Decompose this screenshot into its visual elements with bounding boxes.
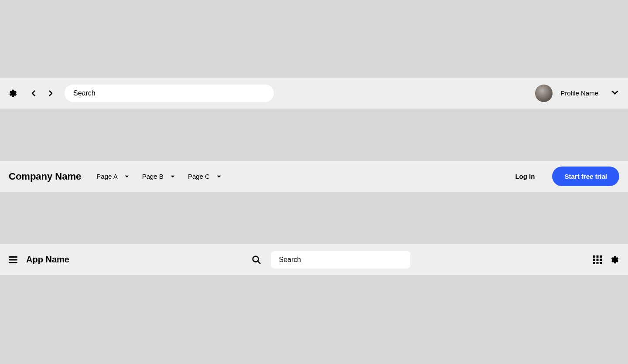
svg-rect-1 xyxy=(9,259,17,260)
svg-rect-5 xyxy=(593,255,595,258)
gear-icon[interactable] xyxy=(9,89,17,98)
svg-rect-9 xyxy=(597,259,599,261)
search-input-wrapper xyxy=(65,85,274,102)
login-link[interactable]: Log In xyxy=(515,173,535,180)
svg-rect-12 xyxy=(597,262,599,264)
nav-item-page-a[interactable]: Page A xyxy=(96,173,130,180)
app-name: App Name xyxy=(26,255,69,265)
profile-dropdown[interactable]: Profile Name xyxy=(535,85,619,102)
search-input[interactable] xyxy=(65,85,274,102)
chevron-down-icon xyxy=(216,173,222,180)
svg-rect-0 xyxy=(9,256,17,258)
nav-item-label: Page A xyxy=(96,173,117,180)
svg-rect-7 xyxy=(600,255,602,258)
avatar xyxy=(535,85,553,102)
grid-icon[interactable] xyxy=(593,255,602,264)
chevron-down-icon xyxy=(170,173,176,180)
svg-rect-6 xyxy=(597,255,599,258)
navbar-marketing: Company Name Page A Page B Page C Log In… xyxy=(0,161,628,192)
search-input[interactable] xyxy=(271,251,410,269)
chevron-left-icon[interactable] xyxy=(28,88,39,99)
gear-icon[interactable] xyxy=(611,255,619,264)
company-name: Company Name xyxy=(9,171,81,182)
nav-links: Page A Page B Page C xyxy=(96,173,222,180)
hamburger-icon[interactable] xyxy=(9,255,17,264)
nav-item-label: Page B xyxy=(142,173,164,180)
chevron-down-icon xyxy=(611,88,619,99)
chevron-right-icon[interactable] xyxy=(45,88,56,99)
start-trial-button[interactable]: Start free trial xyxy=(552,167,619,186)
svg-line-4 xyxy=(258,261,260,263)
nav-item-label: Page C xyxy=(188,173,210,180)
chevron-down-icon xyxy=(124,173,130,180)
svg-rect-10 xyxy=(600,259,602,261)
navbar-profile: Profile Name xyxy=(0,78,628,109)
center-search-group xyxy=(252,251,410,269)
svg-rect-2 xyxy=(9,262,17,263)
profile-name-label: Profile Name xyxy=(560,89,598,97)
nav-item-page-b[interactable]: Page B xyxy=(142,173,176,180)
search-input-wrapper xyxy=(271,251,410,269)
svg-rect-11 xyxy=(593,262,595,264)
search-icon[interactable] xyxy=(252,255,261,265)
navbar-app: App Name xyxy=(0,244,628,275)
svg-rect-13 xyxy=(600,262,602,264)
nav-item-page-c[interactable]: Page C xyxy=(188,173,222,180)
svg-rect-8 xyxy=(593,259,595,261)
